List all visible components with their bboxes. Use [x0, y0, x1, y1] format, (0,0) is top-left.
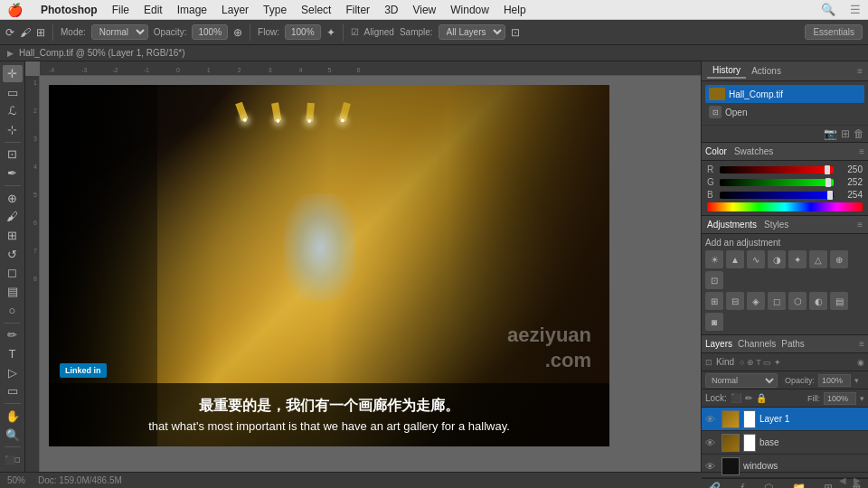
- sample-select[interactable]: All Layers: [439, 24, 505, 40]
- menu-3d[interactable]: 3D: [384, 4, 398, 16]
- magic-wand-tool[interactable]: ⊹: [3, 121, 23, 138]
- adj-collapse-icon[interactable]: ≡: [857, 220, 863, 230]
- dodge-tool[interactable]: ○: [3, 302, 23, 319]
- adj-brightness[interactable]: ☀: [705, 250, 723, 268]
- tool-preset-icon[interactable]: ⟳: [5, 26, 14, 39]
- menu-select[interactable]: Select: [301, 4, 331, 16]
- menu-filter[interactable]: Filter: [345, 4, 370, 16]
- brush-tool[interactable]: 🖌: [3, 209, 23, 226]
- link-layers-btn[interactable]: 🔗: [707, 482, 721, 488]
- opacity-input[interactable]: [818, 374, 851, 387]
- adj-color-lookup[interactable]: ◈: [747, 292, 765, 310]
- adj-selective-color[interactable]: ◙: [705, 313, 723, 331]
- opacity-value[interactable]: 100%: [192, 24, 228, 40]
- brush-icon[interactable]: 🖌: [20, 26, 31, 39]
- adj-colorbalance[interactable]: ⊕: [830, 250, 848, 268]
- adj-posterize[interactable]: ⬡: [788, 292, 807, 310]
- b-slider[interactable]: [720, 192, 834, 199]
- flow-value[interactable]: 100%: [285, 24, 321, 40]
- b-slider-thumb[interactable]: [827, 191, 833, 200]
- g-slider-thumb[interactable]: [826, 178, 831, 187]
- apple-menu[interactable]: 🍎: [7, 3, 23, 17]
- clone-stamp-tool[interactable]: ⊞: [3, 227, 23, 244]
- search-icon[interactable]: 🔍: [821, 3, 835, 16]
- status-arrow-right[interactable]: ▶: [854, 475, 861, 485]
- menu-image[interactable]: Image: [177, 4, 207, 16]
- new-layer-btn[interactable]: ⊞: [824, 482, 833, 488]
- airbrush-icon[interactable]: ✦: [326, 26, 335, 39]
- path-select-tool[interactable]: ▷: [3, 364, 23, 381]
- history-brush-tool[interactable]: ↺: [3, 246, 23, 263]
- foreground-color[interactable]: ⬛◻: [3, 451, 23, 468]
- menu-type[interactable]: Type: [263, 4, 287, 16]
- zoom-tool[interactable]: 🔍: [3, 427, 23, 444]
- new-group-btn[interactable]: 📁: [792, 482, 806, 488]
- marquee-tool[interactable]: ▭: [3, 84, 23, 101]
- adj-vibrance[interactable]: ✦: [788, 250, 807, 268]
- status-arrow-left[interactable]: ◀: [839, 475, 846, 485]
- adj-bw[interactable]: ⊡: [705, 271, 723, 289]
- tab-paths[interactable]: Paths: [781, 339, 805, 349]
- layers-collapse-icon[interactable]: ≡: [859, 339, 864, 349]
- move-tool[interactable]: ✛: [3, 65, 23, 82]
- r-slider-thumb[interactable]: [825, 165, 830, 174]
- fill-input[interactable]: [824, 392, 856, 405]
- add-mask-btn[interactable]: ⬡: [764, 482, 773, 488]
- tab-history[interactable]: History: [707, 63, 746, 79]
- essentials-button[interactable]: Essentials: [805, 24, 863, 40]
- eyedropper-tool[interactable]: ✒: [3, 164, 23, 182]
- g-slider[interactable]: [720, 179, 834, 186]
- filter-toggle[interactable]: ◉: [857, 358, 864, 367]
- layer-item-0[interactable]: 👁 Layer 1: [702, 408, 868, 431]
- tab-channels[interactable]: Channels: [738, 339, 776, 349]
- tab-actions[interactable]: Actions: [746, 64, 787, 78]
- blend-mode-select[interactable]: Normal: [705, 373, 778, 388]
- history-collapse-icon[interactable]: ≡: [857, 66, 863, 76]
- fill-arrow[interactable]: ▾: [860, 394, 864, 403]
- adj-levels[interactable]: ▲: [726, 250, 744, 268]
- tab-color[interactable]: Color: [705, 146, 727, 156]
- tab-styles[interactable]: Styles: [764, 220, 788, 230]
- lock-position-btn[interactable]: ✏: [745, 393, 752, 403]
- clone-icon[interactable]: ⊞: [36, 26, 45, 39]
- menu-window[interactable]: Window: [450, 4, 489, 16]
- lock-all-btn[interactable]: 🔒: [756, 393, 767, 403]
- healing-brush-tool[interactable]: ⊕: [3, 190, 23, 207]
- spectrum-bar[interactable]: [707, 202, 863, 211]
- r-slider[interactable]: [720, 166, 834, 174]
- adj-exposure[interactable]: ◑: [768, 250, 786, 268]
- pen-tool[interactable]: ✏: [3, 326, 23, 343]
- menu-help[interactable]: Help: [504, 4, 526, 16]
- adj-threshold[interactable]: ◐: [809, 292, 827, 310]
- layer-item-1[interactable]: 👁 base: [702, 431, 868, 455]
- list-icon[interactable]: ☰: [850, 3, 861, 16]
- layer-eye-1[interactable]: 👁: [705, 437, 718, 448]
- lock-pixels-btn[interactable]: ⬛: [731, 393, 741, 403]
- adj-curves[interactable]: ∿: [747, 250, 765, 268]
- color-collapse-icon[interactable]: ≡: [859, 146, 864, 156]
- history-item-1[interactable]: ⊡ Open: [705, 103, 864, 121]
- delete-state-btn[interactable]: 🗑: [854, 127, 864, 140]
- shape-tool[interactable]: ▭: [3, 383, 23, 400]
- menu-edit[interactable]: Edit: [144, 4, 163, 16]
- menu-layer[interactable]: Layer: [222, 4, 249, 16]
- create-snapshot-btn[interactable]: 📷: [824, 127, 837, 140]
- layer-eye-2[interactable]: 👁: [705, 461, 718, 472]
- mode-select[interactable]: Normal: [91, 24, 148, 40]
- ignore-adjust-icon[interactable]: ⊡: [511, 26, 520, 39]
- opacity-arrow[interactable]: ▾: [854, 376, 859, 385]
- gradient-tool[interactable]: ▤: [3, 283, 23, 300]
- history-item-0[interactable]: Hall_Comp.tif: [705, 85, 864, 103]
- menu-photoshop[interactable]: Photoshop: [41, 4, 98, 16]
- text-tool[interactable]: T: [3, 345, 23, 362]
- tab-adjustments[interactable]: Adjustments: [707, 220, 757, 230]
- tab-layers[interactable]: Layers: [705, 339, 732, 349]
- adj-photo-filter[interactable]: ⊞: [705, 292, 723, 310]
- lasso-tool[interactable]: ℒ: [3, 102, 23, 119]
- eraser-tool[interactable]: ◻: [3, 265, 23, 282]
- menu-view[interactable]: View: [412, 4, 436, 16]
- adj-invert[interactable]: ◻: [768, 292, 786, 310]
- new-document-btn[interactable]: ⊞: [841, 127, 850, 140]
- tab-swatches[interactable]: Swatches: [734, 146, 773, 156]
- aligned-checkbox[interactable]: ☑: [351, 27, 359, 37]
